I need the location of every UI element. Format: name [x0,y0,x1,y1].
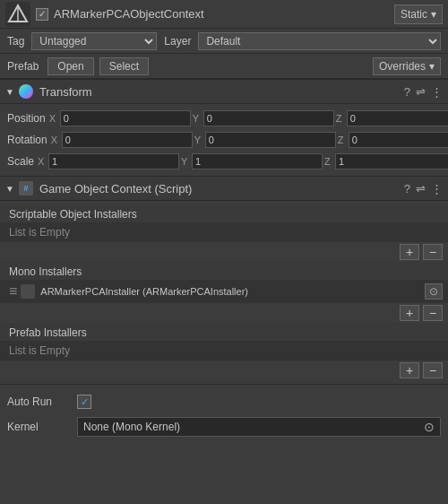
scale-x-field: X [38,153,179,169]
prefab-installers-label: Prefab Installers [0,323,448,341]
scriptable-label: Scriptable Object Installers [0,204,448,222]
scale-y-label: Y [181,156,190,167]
prefab-open-button[interactable]: Open [47,57,93,75]
installer-name: ARMarkerPCAInstaller (ARMarkerPCAInstall… [40,286,421,297]
rotation-xyz-group: X Y Z [51,132,448,148]
kernel-label: Kernel [7,421,70,433]
installer-drag-handle[interactable]: ≡ [9,283,17,300]
rotation-x-field: X [51,132,193,148]
prefab-remove-button[interactable]: − [423,362,443,378]
scriptable-list-controls: + − [0,242,448,262]
scale-z-field: Z [324,153,448,169]
mono-label: Mono Installers [0,262,448,280]
unity-logo [5,2,30,27]
layer-dropdown[interactable]: Default [198,32,441,50]
tag-dropdown[interactable]: Untagged [31,32,157,50]
position-z-input[interactable] [347,110,448,126]
transform-settings-icon[interactable]: ⇌ [416,85,426,99]
rotation-z-label: Z [338,135,347,145]
transform-actions: ? ⇌ ⋮ [404,85,443,99]
script-section-header[interactable]: ▼ # Game Object Context (Script) ? ⇌ ⋮ [0,176,448,201]
installer-row: ≡ ARMarkerPCAInstaller (ARMarkerPCAInsta… [0,280,448,303]
overrides-label: Overrides [379,60,426,73]
rotation-x-label: X [51,135,60,145]
position-x-label: X [49,113,58,124]
kernel-field: None (Mono Kernel) ⊙ [77,417,441,437]
auto-run-label: Auto Run [7,395,70,408]
script-help-icon[interactable]: ? [404,182,410,196]
transform-title: Transform [39,85,404,99]
position-x-input[interactable] [60,110,191,126]
rotation-label: Rotation [7,134,47,146]
rotation-z-input[interactable] [349,132,448,148]
prefab-add-button[interactable]: + [400,362,419,378]
kernel-value: None (Mono Kernel) [83,421,420,433]
position-row: Position X Y Z [7,108,441,129]
position-z-label: Z [336,113,345,124]
scale-z-label: Z [324,156,333,167]
installer-icon [21,284,35,299]
overrides-dropdown[interactable]: Overrides ▾ [373,57,441,75]
prefab-empty: List is Empty [0,341,448,361]
scriptable-add-button[interactable]: + [400,244,419,260]
transform-collapse-arrow: ▼ [5,87,14,97]
rotation-y-label: Y [194,135,203,145]
scale-row: Scale X Y Z [7,151,441,172]
rotation-row: Rotation X Y Z [7,129,441,151]
transform-menu-icon[interactable]: ⋮ [431,85,443,99]
bottom-fields: Auto Run Kernel None (Mono Kernel) ⊙ [0,385,448,446]
header-bar: ARMarkerPCAObjectContext Static ▾ [0,0,448,29]
position-label: Position [7,112,46,125]
kernel-row: Kernel None (Mono Kernel) ⊙ [7,415,441,439]
transform-icon [18,83,34,100]
transform-help-icon[interactable]: ? [404,85,410,99]
position-xyz-group: X Y Z [49,110,448,126]
prefab-list-controls: + − [0,361,448,380]
scriptable-remove-button[interactable]: − [423,244,443,260]
active-checkbox[interactable] [36,8,48,21]
script-menu-icon[interactable]: ⋮ [431,182,443,196]
rotation-y-input[interactable] [205,132,336,148]
auto-run-row: Auto Run [7,390,441,413]
scale-x-label: X [38,156,47,167]
scale-x-input[interactable] [48,153,179,169]
position-x-field: X [49,110,191,126]
installer-target-button[interactable]: ⊙ [425,283,443,300]
kernel-target-button[interactable]: ⊙ [424,420,435,434]
prefab-row: Prefab Open Select Overrides ▾ [0,54,448,79]
position-y-field: Y [193,110,334,126]
script-body: Scriptable Object Installers List is Emp… [0,201,448,384]
scale-z-input[interactable] [335,153,448,169]
transform-section-header[interactable]: ▼ Transform ? ⇌ ⋮ [0,79,448,104]
installer-target-icon: ⊙ [429,285,438,298]
object-name: ARMarkerPCAObjectContext [54,7,394,21]
overrides-arrow: ▾ [429,60,435,73]
prefab-label: Prefab [7,60,39,73]
script-collapse-arrow: ▼ [5,184,14,194]
script-settings-icon[interactable]: ⇌ [416,182,426,196]
scriptable-empty: List is Empty [0,222,448,242]
position-y-input[interactable] [203,110,334,126]
rotation-y-field: Y [194,132,336,148]
rotation-x-input[interactable] [62,132,193,148]
scale-y-input[interactable] [192,153,323,169]
transform-fields: Position X Y Z Rotation X Y [0,104,448,176]
static-dropdown[interactable]: Static ▾ [394,4,443,24]
script-actions: ? ⇌ ⋮ [404,182,443,196]
position-z-field: Z [336,110,448,126]
script-title: Game Object Context (Script) [39,182,404,196]
tag-label: Tag [7,35,24,48]
position-y-label: Y [193,113,202,124]
auto-run-checkbox[interactable] [77,395,91,409]
mono-remove-button[interactable]: − [423,305,443,321]
prefab-select-button[interactable]: Select [99,57,149,75]
static-dropdown-arrow: ▾ [431,8,436,21]
script-icon: # [18,180,34,196]
rotation-z-field: Z [338,132,448,148]
tag-layer-row: Tag Untagged Layer Default [0,29,448,54]
scale-y-field: Y [181,153,323,169]
scale-label: Scale [7,155,34,168]
static-label: Static [401,8,427,21]
mono-add-button[interactable]: + [400,305,419,321]
mono-list-controls: + − [0,303,448,323]
